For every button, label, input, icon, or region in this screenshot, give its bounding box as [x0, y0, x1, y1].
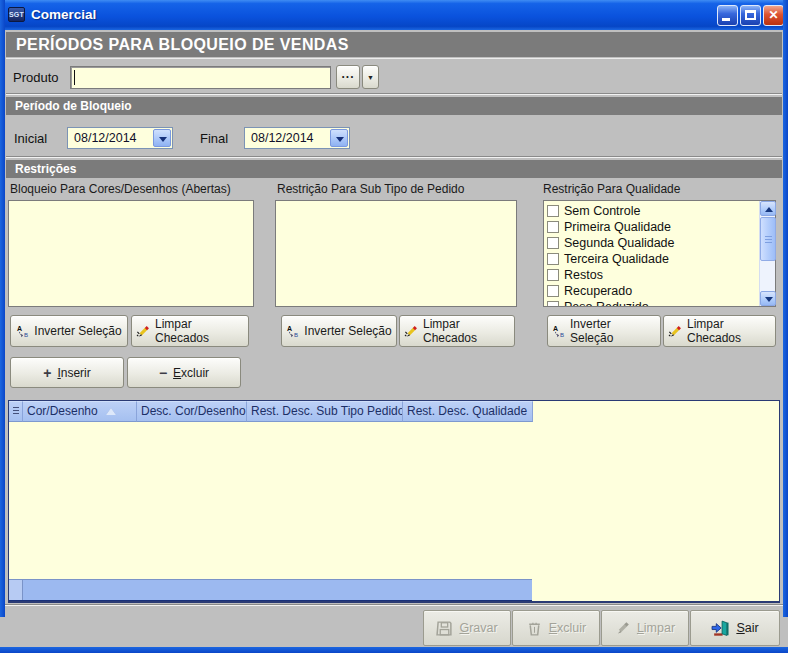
- excluir-row-button[interactable]: − Excluir: [127, 357, 241, 388]
- window-title: Comercial: [31, 0, 96, 30]
- svg-text:A: A: [287, 325, 292, 332]
- grid-scrollbar-corner: [9, 580, 23, 600]
- produto-input[interactable]: [70, 66, 331, 89]
- scroll-up-button[interactable]: [760, 201, 776, 216]
- produto-dropdown-button[interactable]: ▼: [362, 65, 379, 89]
- scroll-down-button[interactable]: [760, 291, 776, 306]
- quality-list-item[interactable]: Terceira Qualidade: [547, 251, 758, 267]
- panel-edge: [6, 58, 782, 59]
- checkbox-unchecked[interactable]: [547, 237, 559, 249]
- grid-column-header[interactable]: Cor/Desenho: [23, 401, 137, 422]
- triangle-down-icon: [765, 297, 773, 302]
- separator: [5, 604, 783, 606]
- window-border-right: [783, 0, 788, 617]
- grid-column-header[interactable]: Rest. Desc. Qualidade: [403, 401, 533, 422]
- qualidade-list-label: Restrição Para Qualidade: [543, 182, 680, 196]
- grid-horizontal-scrollbar[interactable]: [9, 579, 532, 601]
- subtipo-invert-selection-button[interactable]: AB Inverter Seleção: [281, 315, 397, 347]
- restricoes-section-header: Restrições: [6, 160, 782, 178]
- qualidade-checklist[interactable]: Sem ControlePrimeira QualidadeSegunda Qu…: [543, 200, 776, 307]
- maximize-icon: [745, 10, 756, 20]
- maximize-button[interactable]: [740, 5, 761, 26]
- quality-list-item[interactable]: Primeira Qualidade: [547, 219, 758, 235]
- vertical-scrollbar[interactable]: [759, 201, 775, 306]
- svg-text:B: B: [560, 331, 564, 338]
- quality-list-item[interactable]: Peso Reduzido: [547, 299, 758, 306]
- titlebar[interactable]: SGT Comercial ✕: [0, 0, 788, 30]
- quality-list-item[interactable]: Recuperado: [547, 283, 758, 299]
- results-grid[interactable]: Cor/DesenhoDesc. Cor/DesenhoRest. Desc. …: [8, 400, 780, 603]
- quality-item-label: Segunda Qualidade: [564, 236, 675, 250]
- quality-item-label: Terceira Qualidade: [564, 252, 669, 266]
- subtipo-clear-checked-button[interactable]: Limpar Checados: [399, 315, 515, 347]
- cores-invert-selection-button[interactable]: AB Inverter Seleção: [10, 315, 128, 347]
- scrollbar-thumb[interactable]: [760, 217, 776, 261]
- quality-item-label: Primeira Qualidade: [564, 220, 671, 234]
- minimize-icon: [722, 18, 730, 21]
- qualidade-invert-selection-button[interactable]: AB Inverter Seleção: [547, 315, 661, 347]
- checkbox-unchecked[interactable]: [547, 221, 559, 233]
- cores-clear-checked-button[interactable]: Limpar Checados: [131, 315, 249, 347]
- exit-door-icon: [711, 619, 730, 638]
- quality-list-item[interactable]: Sem Controle: [547, 203, 758, 219]
- gravar-button[interactable]: Gravar: [423, 610, 511, 646]
- limpar-button[interactable]: Limpar: [601, 610, 689, 646]
- grid-body[interactable]: [9, 422, 779, 579]
- quality-item-label: Sem Controle: [564, 204, 640, 218]
- grid-indicator-column: [9, 401, 23, 422]
- cores-checklist[interactable]: [8, 200, 254, 307]
- triangle-up-icon: [765, 207, 773, 212]
- svg-text:A: A: [553, 325, 558, 332]
- final-date-dropdown-button[interactable]: [330, 129, 348, 147]
- menu-lines-icon: [13, 407, 19, 416]
- minus-icon: −: [159, 367, 167, 379]
- svg-text:B: B: [294, 331, 298, 338]
- checkbox-unchecked[interactable]: [547, 301, 559, 306]
- final-date-value: 08/12/2014: [251, 131, 314, 145]
- page-title: PERÍODOS PARA BLOQUEIO DE VENDAS: [6, 32, 782, 57]
- app-logo-icon: SGT: [8, 7, 25, 22]
- final-label: Final: [200, 128, 228, 149]
- text-caret: [74, 70, 75, 85]
- inicial-label: Inicial: [14, 128, 47, 149]
- final-date-picker[interactable]: 08/12/2014: [244, 127, 350, 149]
- application-window: SGT Comercial ✕ PERÍODOS PARA BLOQUEIO D…: [0, 0, 788, 653]
- pencil-eraser-icon: [668, 324, 683, 339]
- subtipo-checklist[interactable]: [275, 200, 517, 307]
- checkbox-unchecked[interactable]: [547, 253, 559, 265]
- grid-column-header[interactable]: Rest. Desc. Sub Tipo Pedido: [247, 401, 403, 422]
- separator: [6, 93, 782, 95]
- excluir-button[interactable]: Excluir: [512, 610, 600, 646]
- quality-item-label: Recuperado: [564, 284, 632, 298]
- svg-text:A: A: [17, 325, 22, 332]
- quality-list-item[interactable]: Segunda Qualidade: [547, 235, 758, 251]
- quality-item-label: Restos: [564, 268, 603, 282]
- minimize-button[interactable]: [717, 5, 738, 26]
- svg-text:B: B: [24, 331, 28, 338]
- quality-list-item[interactable]: Restos: [547, 267, 758, 283]
- inicial-date-dropdown-button[interactable]: [153, 129, 171, 147]
- cores-list-label: Bloqueio Para Cores/Desenhos (Abertas): [10, 182, 231, 196]
- sort-ascending-icon: [106, 408, 116, 415]
- subtipo-list-label: Restrição Para Sub Tipo de Pedido: [277, 182, 464, 196]
- periodo-section-header: Período de Bloqueio: [6, 97, 782, 115]
- invert-selection-icon: AB: [16, 324, 30, 338]
- inserir-button[interactable]: + Inserir: [10, 357, 124, 388]
- inicial-date-picker[interactable]: 08/12/2014: [67, 127, 173, 149]
- chevron-down-icon: [336, 137, 344, 142]
- checkbox-unchecked[interactable]: [547, 205, 559, 217]
- chevron-down-icon: [159, 137, 167, 142]
- produto-browse-button[interactable]: ...: [336, 65, 360, 89]
- close-button[interactable]: ✕: [763, 5, 784, 26]
- pencil-eraser-icon: [136, 324, 151, 339]
- qualidade-clear-checked-button[interactable]: Limpar Checados: [663, 315, 776, 347]
- grid-column-header[interactable]: Desc. Cor/Desenho: [137, 401, 247, 422]
- checkbox-unchecked[interactable]: [547, 269, 559, 281]
- checkbox-unchecked[interactable]: [547, 285, 559, 297]
- produto-label: Produto: [13, 67, 59, 88]
- grip-icon: [765, 236, 772, 244]
- window-border-bottom: [0, 647, 788, 653]
- close-icon: ✕: [764, 6, 783, 25]
- sair-button[interactable]: Sair: [690, 610, 780, 646]
- column-header-label: Rest. Desc. Qualidade: [407, 402, 527, 421]
